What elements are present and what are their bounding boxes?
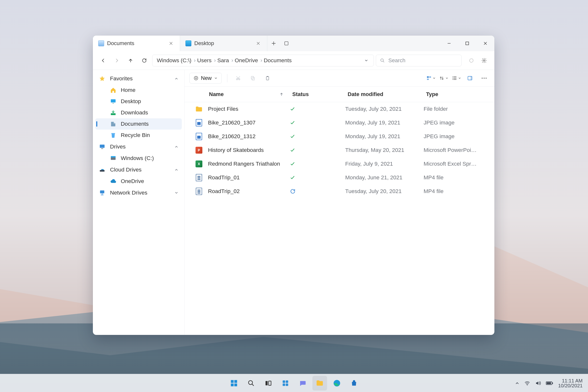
file-row[interactable]: RoadTrip_02Tuesday, July 20, 2021MP4 fil… — [184, 184, 494, 198]
svg-rect-18 — [252, 77, 254, 80]
sidebar-item-recycle-bin[interactable]: Recycle Bin — [95, 130, 182, 141]
file-type: Microsoft Excel Spr… — [424, 161, 494, 167]
svg-point-3 — [470, 58, 473, 62]
task-view-button[interactable] — [261, 376, 276, 390]
star-icon — [99, 75, 106, 82]
sidebar-item-onedrive[interactable]: OneDrive — [95, 176, 182, 187]
desktop-icon — [110, 98, 116, 104]
clock[interactable]: 11:11 AM 10/20/2021 — [558, 378, 582, 388]
back-button[interactable] — [97, 55, 109, 66]
file-explorer-taskbar-icon[interactable] — [312, 376, 327, 390]
file-name: Project Files — [208, 106, 238, 112]
svg-point-29 — [486, 78, 486, 79]
column-header-name[interactable]: Name — [184, 91, 290, 98]
store-taskbar-icon[interactable] — [347, 376, 362, 390]
sidebar-group-label: Drives — [110, 144, 126, 150]
maximize-button[interactable] — [458, 36, 476, 51]
search-box[interactable]: Search — [376, 55, 462, 66]
file-status — [290, 161, 345, 166]
new-button[interactable]: New — [190, 73, 222, 84]
sidebar-item-desktop[interactable]: Desktop — [95, 96, 182, 107]
svg-rect-12 — [111, 156, 116, 157]
tab-close-button[interactable] — [254, 39, 263, 48]
file-row[interactable]: XRedmond Rangers TriathalonFriday, July … — [184, 157, 494, 171]
file-row[interactable]: Bike_210620_1312Monday, July 19, 2021JPE… — [184, 130, 494, 143]
file-name: Bike_210620_1307 — [208, 120, 256, 126]
sidebar-group-favorites[interactable]: Favorites — [95, 73, 182, 84]
details-pane-button[interactable] — [464, 73, 475, 84]
refresh-button[interactable] — [138, 55, 150, 66]
sidebar-group-cloud-drives[interactable]: Cloud Drives — [95, 164, 182, 176]
column-header-type[interactable]: Type — [424, 91, 494, 98]
svg-rect-7 — [111, 113, 116, 115]
tab-desktop[interactable]: Desktop — [180, 36, 267, 51]
taskbar-search-button[interactable] — [244, 376, 258, 390]
sort-button[interactable] — [439, 76, 448, 81]
sidebar-item-label: Desktop — [121, 98, 141, 104]
sidebar-item-home[interactable]: Home — [95, 84, 182, 96]
column-header-status[interactable]: Status — [290, 91, 345, 98]
sidebar-item-documents[interactable]: Documents — [95, 118, 182, 130]
column-header-date[interactable]: Date modified — [345, 91, 424, 98]
svg-rect-31 — [234, 380, 237, 383]
tab-close-button[interactable] — [166, 39, 176, 48]
sidebar-group-label: Cloud Drives — [110, 166, 142, 173]
svg-rect-0 — [285, 42, 288, 45]
documents-icon — [110, 121, 116, 127]
sidebar-item-downloads[interactable]: Downloads — [95, 107, 182, 118]
sidebar-group-network-drives[interactable]: Network Drives — [95, 187, 182, 199]
file-row[interactable]: PHistory of SkateboardsThursday, May 20,… — [184, 143, 494, 157]
tray-chevron[interactable] — [515, 381, 520, 386]
settings-button[interactable] — [478, 55, 490, 66]
chevron-down-icon — [458, 77, 461, 80]
sync-status-button[interactable] — [466, 55, 477, 66]
breadcrumb-segment[interactable]: Documents — [264, 57, 292, 64]
address-dropdown-button[interactable] — [361, 55, 372, 66]
up-button[interactable] — [125, 55, 136, 66]
tab-label: Documents — [107, 40, 134, 46]
close-button[interactable] — [476, 36, 494, 51]
widgets-button[interactable] — [278, 376, 293, 390]
breadcrumb-segment[interactable]: OneDrive› — [235, 57, 262, 64]
sidebar-item-windows-c[interactable]: Windows (C:) — [95, 153, 182, 164]
cut-button[interactable] — [233, 73, 244, 84]
search-placeholder: Search — [388, 57, 406, 64]
paste-button[interactable] — [262, 73, 273, 84]
copy-button[interactable] — [248, 73, 258, 84]
more-button[interactable] — [479, 73, 490, 84]
svg-rect-14 — [100, 190, 104, 193]
group-by-button[interactable] — [426, 76, 436, 81]
start-button[interactable] — [226, 376, 241, 390]
search-icon — [380, 58, 385, 63]
new-tab-button[interactable] — [267, 36, 280, 51]
forward-button[interactable] — [111, 55, 123, 66]
file-row[interactable]: Bike_210620_1307Monday, July 19, 2021JPE… — [184, 116, 494, 130]
list-view-icon — [452, 76, 457, 81]
volume-icon[interactable] — [535, 380, 541, 386]
sidebar-group-drives[interactable]: Drives — [95, 141, 182, 153]
breadcrumb-segment[interactable]: Windows (C:\)› — [157, 57, 196, 64]
file-explorer-window: Documents Desktop W — [93, 36, 494, 335]
view-button[interactable] — [452, 76, 461, 81]
breadcrumb-segment[interactable]: Users› — [197, 57, 216, 64]
cloud-icon — [99, 166, 106, 173]
battery-icon[interactable] — [546, 381, 553, 386]
tab-documents[interactable]: Documents — [93, 36, 180, 51]
file-type-icon — [195, 119, 202, 126]
edge-taskbar-icon[interactable] — [330, 376, 344, 390]
minimize-button[interactable] — [440, 36, 458, 51]
svg-rect-39 — [283, 384, 285, 386]
breadcrumb-segment[interactable]: Sara› — [217, 57, 233, 64]
address-bar[interactable]: Windows (C:\)› Users› Sara› OneDrive› Do… — [152, 55, 374, 66]
wifi-icon[interactable] — [524, 380, 530, 386]
file-row[interactable]: RoadTrip_01Monday, June 21, 2021MP4 file — [184, 171, 494, 184]
chat-button[interactable] — [295, 376, 310, 390]
file-date: Monday, July 19, 2021 — [345, 133, 424, 140]
file-date: Monday, June 21, 2021 — [345, 174, 424, 181]
chevron-up-icon — [174, 145, 178, 149]
file-row[interactable]: Project FilesTuesday, July 20, 2021File … — [184, 102, 494, 116]
titlebar: Documents Desktop — [93, 36, 494, 51]
file-type-icon — [195, 105, 202, 113]
tab-overview-button[interactable] — [280, 36, 293, 51]
sidebar-item-label: Recycle Bin — [121, 132, 150, 138]
